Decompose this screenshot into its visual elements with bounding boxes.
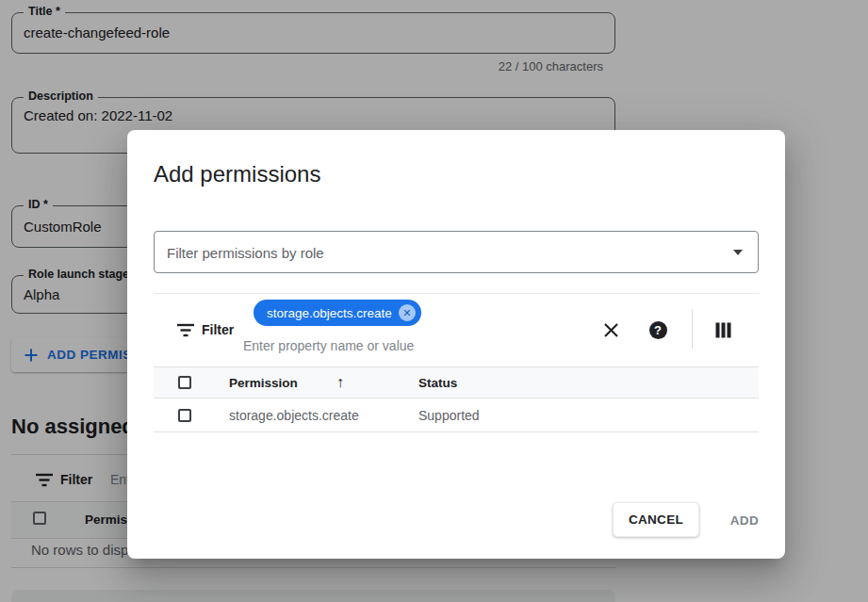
- filter-chip[interactable]: storage.objects.create ✕: [254, 300, 421, 326]
- screen: Title * create-changefeed-role 22 / 100 …: [0, 0, 868, 602]
- add-button[interactable]: ADD: [717, 509, 772, 531]
- clear-filters-button[interactable]: [599, 318, 622, 341]
- table-header-row: Permission ↑ Status: [154, 366, 759, 399]
- permissions-table: Permission ↑ Status storage.objects.crea…: [154, 366, 759, 432]
- column-display-button[interactable]: [712, 318, 734, 341]
- dialog-title: Add permissions: [154, 161, 320, 187]
- sort-ascending-icon[interactable]: ↑: [336, 374, 344, 391]
- cancel-button[interactable]: CANCEL: [613, 502, 699, 537]
- permission-column-header[interactable]: Permission: [229, 376, 298, 390]
- status-cell: Supported: [418, 408, 480, 423]
- row-checkbox[interactable]: [178, 409, 191, 422]
- filter-input[interactable]: Enter property name or value: [243, 338, 414, 353]
- divider: [692, 309, 693, 349]
- filter-chip-label: storage.objects.create: [267, 306, 392, 320]
- filter-by-role-placeholder: Filter permissions by role: [167, 244, 324, 260]
- select-all-checkbox[interactable]: [178, 376, 191, 389]
- add-permissions-dialog: Add permissions Filter permissions by ro…: [127, 130, 785, 559]
- columns-icon: [715, 322, 731, 338]
- help-button[interactable]: ?: [647, 318, 669, 341]
- chip-remove-icon[interactable]: ✕: [399, 304, 416, 321]
- close-icon: [603, 322, 619, 338]
- table-row[interactable]: storage.objects.create Supported: [154, 399, 759, 432]
- filter-label: Filter: [202, 322, 234, 337]
- permission-cell: storage.objects.create: [229, 408, 359, 423]
- divider: [154, 293, 759, 294]
- filter-icon: [176, 323, 195, 337]
- help-icon: ?: [649, 321, 667, 339]
- status-column-header: Status: [418, 376, 457, 390]
- filter-by-role-dropdown[interactable]: Filter permissions by role: [154, 231, 759, 273]
- chevron-down-icon: [733, 250, 743, 255]
